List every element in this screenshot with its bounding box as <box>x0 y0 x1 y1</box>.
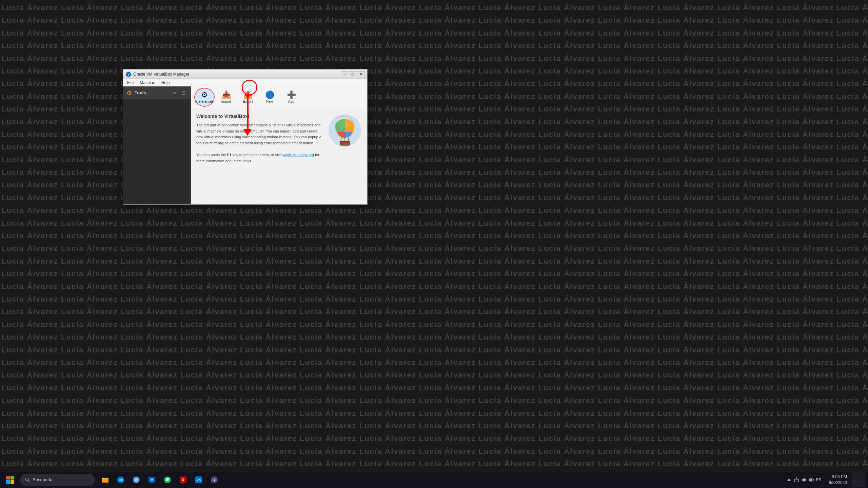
clock-time: 8:08 PM <box>829 474 847 480</box>
svg-marker-34 <box>802 478 805 482</box>
watermark-line: Lucía Álvarez Lucía Álvarez Lucía Álvare… <box>1 217 868 229</box>
svg-text:VS: VS <box>197 479 201 482</box>
add-vm-button[interactable]: ➕ Add <box>281 88 301 107</box>
import-icon: 📥 <box>222 91 231 99</box>
watermark-line: Lucía Álvarez Lucía Álvarez Lucía Álvare… <box>1 280 868 293</box>
taskbar-edge[interactable] <box>113 472 128 487</box>
arrow-shaft <box>247 95 249 129</box>
new-label: New <box>266 100 273 103</box>
watermark-line: Lucía Álvarez Lucía Álvarez Lucía Álvare… <box>1 229 868 242</box>
new-icon: 🔵 <box>265 91 274 99</box>
svg-rect-12 <box>11 480 14 484</box>
titlebar: V Oracle VM VirtualBox Manager – □ ✕ <box>123 69 367 79</box>
sidebar-tools-label: Tools <box>135 90 146 95</box>
toolbar: ⚙ Preferences 📥 Import 📤 Export 🔵 New <box>191 86 367 108</box>
svg-rect-17 <box>102 478 104 479</box>
virtualbox-link[interactable]: www.virtualbox.org <box>283 153 314 157</box>
watermark-line: Lucía Álvarez Lucía Álvarez Lucía Álvare… <box>1 356 868 369</box>
taskbar-virtualbox[interactable]: V <box>144 472 159 487</box>
show-desktop-button[interactable] <box>852 472 865 487</box>
watermark-line: Lucía Álvarez Lucía Álvarez Lucía Álvare… <box>1 305 868 318</box>
taskbar-browser[interactable] <box>129 472 144 487</box>
svg-text:R: R <box>182 478 184 482</box>
add-icon: ➕ <box>287 91 296 99</box>
menu-help[interactable]: Help <box>159 80 173 86</box>
taskbar-app-extra[interactable]: ♦ <box>207 472 222 487</box>
minimize-button[interactable]: – <box>341 71 348 77</box>
start-button[interactable] <box>3 472 18 487</box>
watermark-line: Lucía Álvarez Lucía Álvarez Lucía Álvare… <box>1 52 868 65</box>
svg-rect-36 <box>809 479 812 481</box>
taskbar-spotify[interactable] <box>160 472 175 487</box>
sidebar-actions: ✏ ☰ <box>172 89 187 96</box>
svg-rect-31 <box>794 479 798 482</box>
watermark-line: Lucía Álvarez Lucía Álvarez Lucía Álvare… <box>1 432 868 445</box>
red-circle <box>242 80 257 95</box>
audio-icon[interactable] <box>801 477 807 483</box>
watermark-line: Lucía Álvarez Lucía Álvarez Lucía Álvare… <box>1 407 868 420</box>
watermark-line: Lucía Álvarez Lucía Álvarez Lucía Álvare… <box>1 14 868 26</box>
vbox-icon: V <box>126 72 131 77</box>
import-label: Import <box>221 100 231 103</box>
main-panel: ⚙ Preferences 📥 Import 📤 Export 🔵 New <box>191 86 367 204</box>
welcome-body: The left part of application window cont… <box>196 122 322 164</box>
svg-rect-11 <box>6 480 10 484</box>
chevron-up-icon[interactable] <box>786 477 792 483</box>
preferences-label: Preferences <box>195 100 214 103</box>
taskbar-vscode[interactable]: VS <box>191 472 206 487</box>
svg-point-23 <box>164 476 171 483</box>
svg-text:V: V <box>127 73 130 76</box>
watermark-line: Lucía Álvarez Lucía Álvarez Lucía Álvare… <box>1 293 868 305</box>
taskbar: Búsqueda <box>0 471 868 488</box>
preferences-icon: ⚙ <box>201 91 208 99</box>
network-icon[interactable] <box>794 477 799 483</box>
taskbar-app-red[interactable]: R <box>176 472 191 487</box>
sidebar-menu-btn[interactable]: ☰ <box>180 89 187 96</box>
tools-icon: ⚙ <box>126 89 132 97</box>
welcome-p2-prefix: You can press the <box>196 153 227 157</box>
watermark-line: Lucía Álvarez Lucía Álvarez Lucía Álvare… <box>1 255 868 267</box>
menu-file[interactable]: File <box>124 80 136 86</box>
watermark-line: Lucía Álvarez Lucía Álvarez Lucía Álvare… <box>1 27 868 39</box>
svg-text:V: V <box>151 478 153 482</box>
clock[interactable]: 8:08 PM 9/28/2023 <box>826 474 850 486</box>
clock-date: 9/28/2023 <box>829 480 847 486</box>
welcome-p1: The left part of application window cont… <box>196 123 321 145</box>
keyboard-layout: ES <box>816 477 822 482</box>
svg-rect-10 <box>11 476 14 480</box>
svg-point-13 <box>25 478 28 481</box>
search-placeholder: Búsqueda <box>33 477 53 482</box>
sidebar: ⚙ Tools ✏ ☰ <box>123 86 191 204</box>
welcome-panel: Welcome to VirtualBox! The left part of … <box>191 108 367 204</box>
close-button[interactable]: ✕ <box>357 71 364 77</box>
svg-rect-9 <box>6 476 10 480</box>
watermark-line: Lucía Álvarez Lucía Álvarez Lucía Álvare… <box>1 458 868 470</box>
welcome-title: Welcome to VirtualBox! <box>196 114 322 119</box>
search-bar[interactable]: Búsqueda <box>20 474 95 486</box>
watermark-line: Lucía Álvarez Lucía Álvarez Lucía Álvare… <box>1 204 868 217</box>
menu-machine[interactable]: Machine <box>137 80 158 86</box>
taskbar-file-explorer[interactable] <box>98 472 113 487</box>
preferences-button[interactable]: ⚙ Preferences <box>194 88 215 107</box>
maximize-button[interactable]: □ <box>349 71 356 77</box>
svg-rect-8 <box>341 142 349 145</box>
watermark-line: Lucía Álvarez Lucía Álvarez Lucía Álvare… <box>1 382 868 394</box>
arrow-head <box>243 129 252 136</box>
watermark-line: Lucía Álvarez Lucía Álvarez Lucía Álvare… <box>1 420 868 432</box>
sidebar-header: ⚙ Tools ✏ ☰ <box>123 86 191 99</box>
sidebar-edit-btn[interactable]: ✏ <box>172 89 179 96</box>
window-title: Oracle VM VirtualBox Manager <box>133 72 341 77</box>
new-vm-button[interactable]: 🔵 New <box>259 88 280 107</box>
f1-key: F1 <box>227 153 232 157</box>
taskbar-apps: V R VS <box>98 472 222 487</box>
window-controls: – □ ✕ <box>341 71 364 77</box>
import-button[interactable]: 📥 Import <box>216 88 236 107</box>
watermark-line: Lucía Álvarez Lucía Álvarez Lucía Álvare… <box>1 267 868 280</box>
svg-rect-16 <box>102 479 108 483</box>
watermark-line: Lucía Álvarez Lucía Álvarez Lucía Álvare… <box>1 394 868 407</box>
welcome-text-area: Welcome to VirtualBox! The left part of … <box>196 114 322 199</box>
taskbar-system-tray: ES 8:08 PM 9/28/2023 <box>784 472 865 487</box>
vbox-logo <box>328 114 362 147</box>
watermark-line: Lucía Álvarez Lucía Álvarez Lucía Álvare… <box>1 331 868 343</box>
watermark-line: Lucía Álvarez Lucía Álvarez Lucía Álvare… <box>1 369 868 381</box>
